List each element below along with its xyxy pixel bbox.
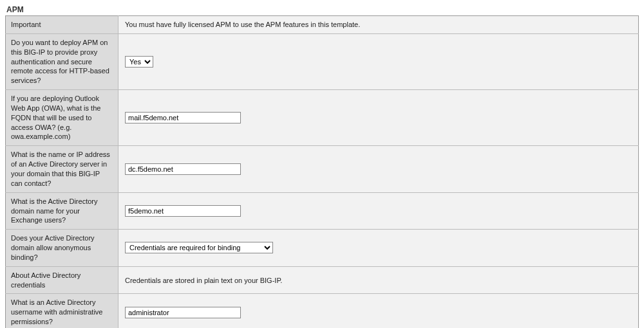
section-title: APM — [5, 5, 639, 14]
text-about-creds: Credentials are stored in plain text on … — [118, 266, 639, 294]
label-about-creds: About Active Directory credentials — [6, 266, 118, 294]
text-important: You must have fully licensed APM to use … — [118, 16, 639, 34]
row-ad-domain: What is the Active Directory domain name… — [6, 192, 639, 230]
row-owa-fqdn: If you are deploying Outlook Web App (OW… — [6, 90, 639, 146]
label-important: Important — [6, 16, 118, 34]
row-deploy-apm: Do you want to deploy APM on this BIG-IP… — [6, 33, 639, 89]
label-ad-user: What is an Active Directory username wit… — [6, 294, 118, 328]
row-important: Important You must have fully licensed A… — [6, 16, 639, 34]
label-deploy-apm: Do you want to deploy APM on this BIG-IP… — [6, 33, 118, 89]
input-ad-domain[interactable] — [125, 205, 241, 217]
select-anon-binding[interactable]: Credentials are required for binding — [125, 242, 273, 253]
label-owa-fqdn: If you are deploying Outlook Web App (OW… — [6, 90, 118, 146]
apm-form-table: Important You must have fully licensed A… — [5, 15, 639, 328]
input-ad-server[interactable] — [125, 163, 241, 175]
row-ad-user: What is an Active Directory username wit… — [6, 294, 639, 328]
label-ad-server: What is the name or IP address of an Act… — [6, 146, 118, 192]
label-ad-domain: What is the Active Directory domain name… — [6, 192, 118, 230]
input-ad-user[interactable] — [125, 307, 241, 318]
row-about-creds: About Active Directory credentials Crede… — [6, 266, 639, 294]
label-anon-binding: Does your Active Directory domain allow … — [6, 230, 118, 267]
row-ad-server: What is the name or IP address of an Act… — [6, 146, 639, 192]
select-deploy-apm[interactable]: Yes — [125, 56, 153, 68]
input-owa-fqdn[interactable] — [125, 112, 241, 123]
row-anon-binding: Does your Active Directory domain allow … — [6, 230, 639, 267]
